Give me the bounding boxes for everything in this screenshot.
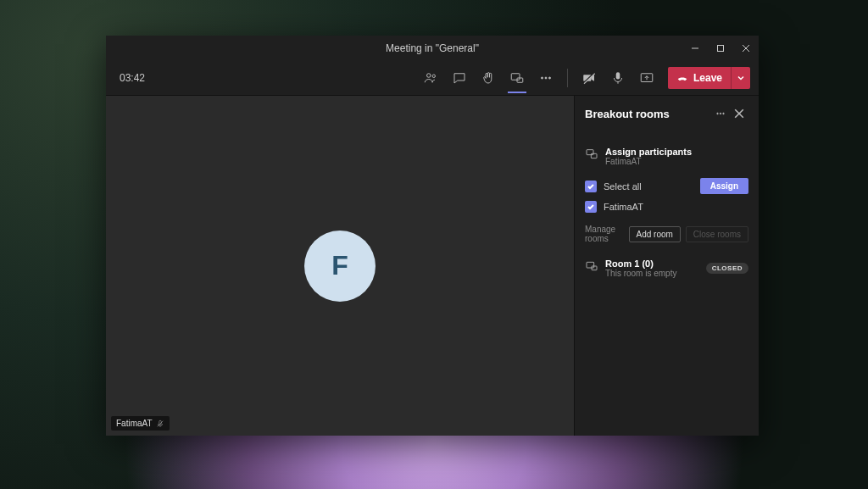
close-window-button[interactable] [733, 36, 759, 61]
avatar-initial: F [331, 250, 348, 281]
maximize-button[interactable] [708, 36, 733, 61]
panel-close-icon[interactable] [730, 104, 748, 123]
separator [567, 69, 568, 87]
more-actions-icon[interactable] [533, 65, 559, 91]
participant-name-label: FatimaAT [604, 202, 748, 212]
titlebar: Meeting in "General" [106, 36, 759, 61]
meeting-toolbar: 03:42 Leave [106, 61, 759, 96]
svg-rect-14 [616, 72, 620, 79]
svg-rect-1 [718, 46, 724, 52]
assign-participants-icon [585, 147, 598, 161]
close-rooms-button: Close rooms [686, 226, 748, 242]
assign-subtitle: FatimaAT [605, 157, 748, 166]
breakout-rooms-panel: Breakout rooms Assign participants Fatim… [574, 96, 759, 436]
assign-title: Assign participants [605, 147, 748, 157]
mic-toggle-icon[interactable] [605, 65, 631, 91]
room-icon [585, 259, 598, 273]
manage-rooms-label: Manage rooms [585, 225, 624, 243]
participant-name: FatimaAT [116, 419, 153, 428]
mic-muted-icon [156, 420, 164, 428]
camera-toggle-icon[interactable] [576, 65, 602, 91]
breakout-rooms-icon[interactable] [504, 65, 530, 91]
svg-point-8 [541, 77, 542, 79]
video-stage: F FatimaAT [106, 96, 574, 436]
svg-point-9 [545, 77, 547, 79]
meeting-timer: 03:42 [114, 72, 145, 84]
svg-point-4 [426, 74, 431, 78]
select-all-checkbox[interactable] [585, 181, 597, 192]
participants-icon[interactable] [418, 65, 443, 91]
room-subtitle: This room is empty [605, 269, 699, 278]
chat-icon[interactable] [447, 65, 472, 91]
select-all-row: Select all Assign [585, 175, 748, 197]
select-all-label: Select all [604, 181, 693, 192]
assign-participants-header: Assign participants FatimaAT [585, 147, 748, 166]
leave-button[interactable]: Leave [668, 67, 731, 89]
add-room-button[interactable]: Add room [629, 226, 681, 242]
svg-point-18 [717, 113, 719, 114]
svg-point-19 [720, 113, 721, 114]
svg-rect-25 [587, 262, 594, 268]
svg-point-5 [432, 75, 435, 77]
raise-hand-icon[interactable] [476, 65, 501, 91]
svg-point-20 [723, 113, 725, 114]
room-name: Room 1 (0) [605, 258, 699, 269]
participant-name-badge: FatimaAT [111, 416, 170, 431]
panel-title: Breakout rooms [585, 108, 711, 120]
participant-avatar: F [304, 231, 376, 302]
content-area: F FatimaAT Breakout rooms Assign pa [106, 96, 759, 436]
room-status-badge: CLOSED [706, 263, 748, 274]
window-title: Meeting in "General" [386, 42, 479, 54]
participant-row: FatimaAT [585, 197, 748, 216]
share-screen-icon[interactable] [634, 65, 659, 91]
meeting-window: Meeting in "General" 03:42 [106, 36, 759, 436]
assign-button[interactable]: Assign [700, 178, 748, 194]
minimize-button[interactable] [682, 36, 708, 61]
window-controls [682, 36, 759, 61]
leave-options-button[interactable] [731, 67, 750, 89]
leave-button-group: Leave [668, 67, 750, 89]
participant-checkbox[interactable] [585, 201, 597, 213]
svg-point-10 [548, 77, 550, 79]
panel-header: Breakout rooms [585, 104, 748, 123]
room-row[interactable]: Room 1 (0) This room is empty CLOSED [585, 258, 748, 278]
panel-more-icon[interactable] [711, 104, 730, 123]
svg-rect-6 [511, 74, 520, 81]
svg-rect-23 [587, 150, 593, 155]
svg-rect-24 [591, 153, 597, 158]
leave-button-label: Leave [693, 72, 722, 84]
manage-rooms-row: Manage rooms Add room Close rooms [585, 225, 748, 243]
